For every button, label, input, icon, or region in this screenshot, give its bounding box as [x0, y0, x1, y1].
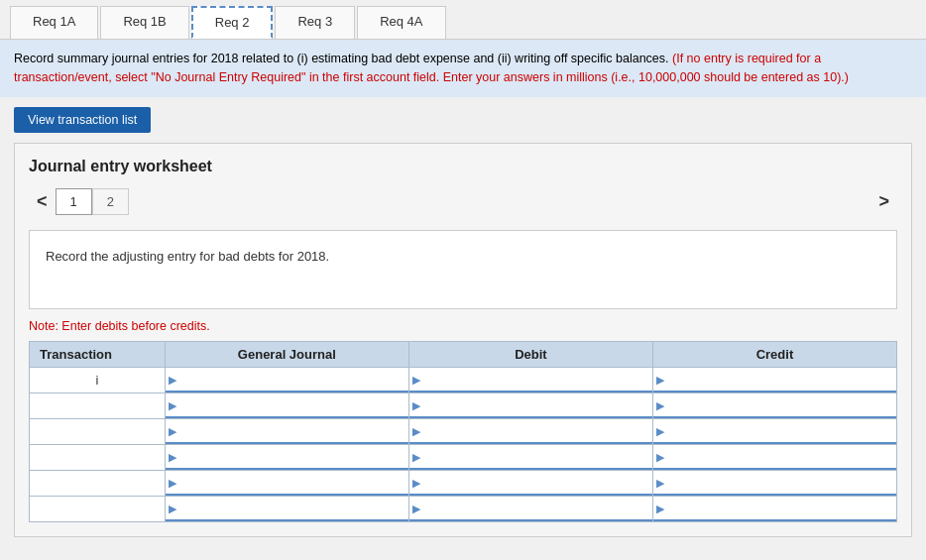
tab-req4a[interactable]: Req 4A [357, 6, 445, 39]
tab-req3[interactable]: Req 3 [275, 6, 355, 39]
journal-table: Transaction General Journal Debit Credit… [29, 341, 897, 522]
note-text: Note: Enter debits before credits. [29, 319, 897, 333]
table-row: ▶▶▶ [30, 392, 897, 418]
col-header-general-journal: General Journal [165, 341, 408, 367]
page-2-box[interactable]: 2 [92, 188, 129, 215]
view-transaction-button[interactable]: View transaction list [14, 107, 151, 133]
credit-cell[interactable]: ▶ [652, 392, 896, 418]
general-journal-cell[interactable]: ▶ [165, 392, 408, 418]
credit-input[interactable] [653, 368, 896, 392]
debit-cell[interactable]: ▶ [408, 367, 652, 392]
debit-input[interactable] [409, 497, 652, 521]
table-row: i▶▶▶ [30, 367, 897, 392]
general-journal-input[interactable] [166, 419, 408, 444]
credit-input[interactable] [653, 497, 896, 521]
credit-cell[interactable]: ▶ [652, 496, 896, 521]
worksheet-container: Journal entry worksheet < 1 2 > Record t… [14, 143, 912, 537]
transaction-cell [30, 418, 166, 444]
debit-cell[interactable]: ▶ [408, 496, 652, 521]
credit-cell[interactable]: ▶ [652, 470, 896, 496]
table-row: ▶▶▶ [30, 418, 897, 444]
tabs-bar: Req 1A Req 1B Req 2 Req 3 Req 4A [0, 0, 926, 40]
general-journal-input[interactable] [166, 497, 408, 521]
tab-req1b[interactable]: Req 1B [100, 6, 188, 39]
general-journal-cell[interactable]: ▶ [165, 496, 408, 521]
col-header-debit: Debit [408, 341, 652, 367]
info-box: Record summary journal entries for 2018 … [0, 40, 926, 97]
credit-cell[interactable]: ▶ [652, 418, 896, 444]
general-journal-input[interactable] [166, 471, 408, 496]
credit-input[interactable] [653, 445, 896, 470]
general-journal-cell[interactable]: ▶ [165, 444, 408, 470]
general-journal-cell[interactable]: ▶ [165, 418, 408, 444]
description-text: Record the adjusting entry for bad debts… [46, 249, 329, 264]
table-row: ▶▶▶ [30, 496, 897, 521]
page-navigation: < 1 2 > [29, 187, 897, 216]
debit-input[interactable] [409, 471, 652, 496]
credit-cell[interactable]: ▶ [652, 367, 896, 392]
table-row: ▶▶▶ [30, 444, 897, 470]
transaction-cell: i [30, 367, 166, 392]
debit-cell[interactable]: ▶ [408, 392, 652, 418]
credit-input[interactable] [653, 471, 896, 496]
tab-req1a[interactable]: Req 1A [10, 6, 98, 39]
debit-cell[interactable]: ▶ [408, 470, 652, 496]
info-main-text: Record summary journal entries for 2018 … [14, 52, 669, 65]
general-journal-input[interactable] [166, 368, 408, 392]
general-journal-cell[interactable]: ▶ [165, 470, 408, 496]
tab-req2[interactable]: Req 2 [191, 6, 274, 39]
general-journal-cell[interactable]: ▶ [165, 367, 408, 392]
transaction-cell [30, 444, 166, 470]
col-header-transaction: Transaction [30, 341, 166, 367]
credit-input[interactable] [653, 419, 896, 444]
transaction-cell [30, 496, 166, 521]
prev-page-button[interactable]: < [29, 187, 56, 216]
worksheet-title: Journal entry worksheet [29, 158, 897, 175]
credit-cell[interactable]: ▶ [652, 444, 896, 470]
description-box: Record the adjusting entry for bad debts… [29, 230, 897, 309]
debit-input[interactable] [409, 393, 652, 418]
transaction-cell [30, 392, 166, 418]
debit-input[interactable] [409, 445, 652, 470]
next-page-button[interactable]: > [870, 187, 897, 216]
credit-input[interactable] [653, 393, 896, 418]
general-journal-input[interactable] [166, 445, 408, 470]
col-header-credit: Credit [652, 341, 896, 367]
page-1-box[interactable]: 1 [56, 188, 92, 215]
debit-input[interactable] [409, 419, 652, 444]
debit-input[interactable] [409, 368, 652, 392]
debit-cell[interactable]: ▶ [408, 444, 652, 470]
debit-cell[interactable]: ▶ [408, 418, 652, 444]
transaction-cell [30, 470, 166, 496]
general-journal-input[interactable] [166, 393, 408, 418]
table-row: ▶▶▶ [30, 470, 897, 496]
